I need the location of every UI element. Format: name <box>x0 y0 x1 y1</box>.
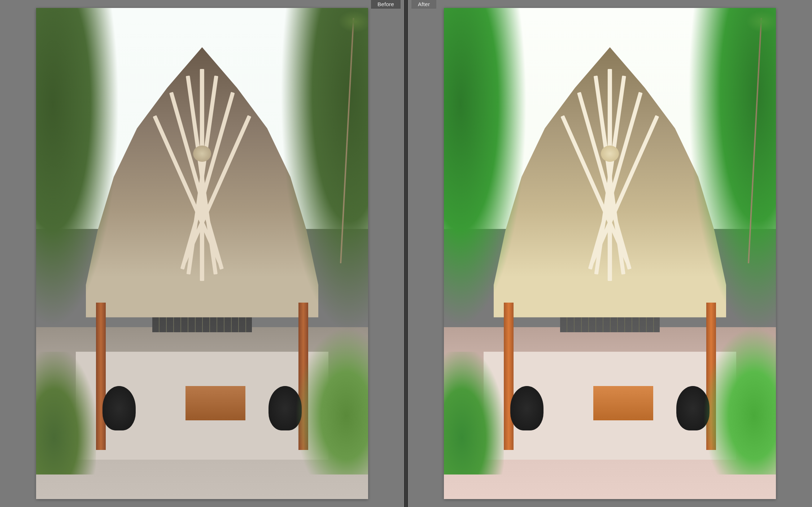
before-pane[interactable]: Before <box>0 0 404 507</box>
before-after-compare-view: Before <box>0 0 812 507</box>
before-image[interactable] <box>36 8 368 499</box>
after-pane[interactable]: After <box>408 0 812 507</box>
before-label: Before <box>371 0 401 9</box>
after-label: After <box>411 0 436 9</box>
compare-divider[interactable] <box>404 0 408 507</box>
after-image[interactable] <box>444 8 776 499</box>
